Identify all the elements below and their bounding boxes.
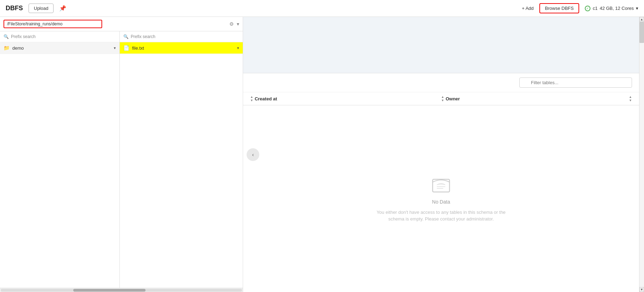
right-file-list: 📄 file.txt ▾ — [120, 42, 243, 288]
folder-name: demo — [12, 45, 111, 51]
filter-wrapper: 🔍 — [519, 77, 632, 88]
v-scroll-thumb — [639, 22, 644, 43]
v-scrollbar[interactable]: ▲ ▼ — [639, 17, 644, 292]
main-content: ⚙ ▾ 🔍 Prefix search 📁 demo ▾ — [0, 17, 644, 292]
col-owner: ▲▼ Owner ▲▼ — [441, 95, 632, 102]
right-panel-top-area — [243, 17, 639, 73]
filter-bar: 🔍 — [243, 73, 639, 92]
empty-title: No Data — [432, 199, 450, 205]
empty-message: You either don't have access to any tabl… — [371, 209, 512, 223]
top-bar: DBFS Upload 📌 + Add Browse DBFS c1 42 GB… — [0, 0, 644, 17]
left-search-label: Prefix search — [11, 34, 36, 39]
left-search-bar: 🔍 Prefix search — [0, 31, 119, 42]
chevron-down-icon[interactable]: ▾ — [237, 21, 239, 27]
top-bar-right: + Add Browse DBFS c1 42 GB, 12 Cores ▾ — [522, 3, 638, 13]
file-chevron-icon: ▾ — [237, 46, 239, 50]
col-created-at: ▲▼ Created at — [250, 95, 441, 102]
h-scroll-track — [1, 289, 242, 292]
cluster-status-icon — [585, 6, 590, 11]
cluster-name: c1 — [593, 6, 597, 11]
app-title: DBFS — [6, 5, 23, 12]
table-header: ▲▼ Created at ▲▼ Owner ▲▼ — [243, 92, 639, 105]
dbfs-left-pane: 🔍 Prefix search 📁 demo ▾ — [0, 31, 120, 288]
add-button[interactable]: + Add — [522, 6, 534, 11]
cluster-specs: 42 GB, 12 Cores — [600, 6, 634, 11]
file-icon: 📄 — [123, 45, 129, 51]
path-icons: ⚙ ▾ — [229, 21, 239, 27]
top-bar-left: DBFS Upload 📌 — [6, 4, 66, 13]
v-scroll-track — [639, 22, 644, 287]
h-scrollbar[interactable] — [0, 288, 243, 292]
sort-icon-owner-right[interactable]: ▲▼ — [629, 95, 632, 102]
dbfs-right-pane: 🔍 Prefix search 📄 file.txt ▾ — [120, 31, 243, 288]
left-file-list: 📁 demo ▾ — [0, 42, 119, 288]
list-item[interactable]: 📁 demo ▾ — [0, 42, 119, 54]
settings-icon[interactable]: ⚙ — [229, 21, 234, 27]
cluster-chevron-icon: ▾ — [636, 6, 638, 11]
tables-panel: 🔍 ▲▼ Created at ▲▼ Owner ▲▼ — [243, 73, 639, 292]
dbfs-panel: ⚙ ▾ 🔍 Prefix search 📁 demo ▾ — [0, 17, 243, 292]
col-owner-label: Owner — [446, 96, 460, 101]
path-bar: ⚙ ▾ — [0, 17, 243, 31]
col-created-label: Created at — [255, 96, 277, 101]
empty-icon — [430, 175, 452, 195]
upload-button[interactable]: Upload — [29, 4, 54, 13]
right-search-bar: 🔍 Prefix search — [120, 31, 243, 42]
scroll-up-arrow[interactable]: ▲ — [639, 17, 644, 22]
browse-dbfs-button[interactable]: Browse DBFS — [539, 3, 580, 13]
left-search-icon: 🔍 — [4, 34, 9, 39]
dbfs-browser: 🔍 Prefix search 📁 demo ▾ 🔍 Prefix search — [0, 31, 243, 288]
right-search-icon: 🔍 — [123, 34, 129, 39]
folder-chevron-icon: ▾ — [114, 46, 116, 50]
pin-icon[interactable]: 📌 — [59, 5, 66, 12]
h-scroll-thumb — [73, 289, 146, 292]
sort-icon-created[interactable]: ▲▼ — [250, 95, 253, 102]
right-search-label: Prefix search — [131, 34, 155, 39]
cluster-info[interactable]: c1 42 GB, 12 Cores ▾ — [585, 6, 638, 11]
folder-icon: 📁 — [4, 45, 10, 51]
file-name: file.txt — [132, 45, 234, 51]
empty-state: No Data You either don't have access to … — [243, 105, 639, 292]
path-input[interactable] — [4, 20, 102, 28]
sort-icon-owner[interactable]: ▲▼ — [441, 95, 444, 102]
filter-input[interactable] — [519, 77, 632, 88]
collapse-panel-button[interactable]: ‹ — [247, 148, 259, 161]
right-content: 🔍 ▲▼ Created at ▲▼ Owner ▲▼ — [243, 17, 639, 292]
list-item[interactable]: 📄 file.txt ▾ — [120, 42, 243, 54]
scroll-down-arrow[interactable]: ▼ — [639, 287, 644, 292]
